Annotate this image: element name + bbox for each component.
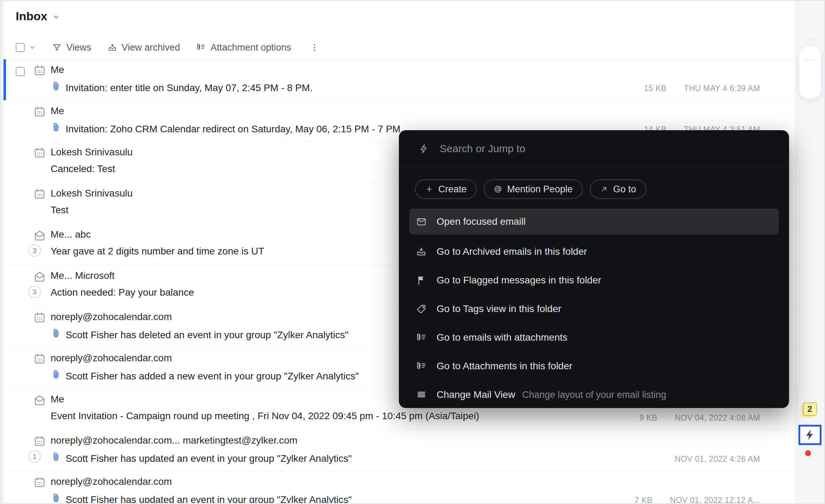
command-item[interactable]: Open focused emaill xyxy=(409,209,779,235)
folder-title: Inbox xyxy=(16,9,47,23)
envelope-open-icon xyxy=(33,229,46,242)
views-label: Views xyxy=(66,42,91,53)
list-toolbar: Views View archived Attachment options xyxy=(1,36,796,59)
search-placeholder: Search or Jump to xyxy=(440,143,525,155)
pill-create[interactable]: Create xyxy=(415,179,477,199)
integrations-panel xyxy=(799,46,821,99)
row-checkbox[interactable] xyxy=(16,67,25,76)
email-sender: Lokesh Srinivasulu xyxy=(51,147,133,158)
command-item[interactable]: Go to Flagged messages in this folder xyxy=(409,266,779,295)
email-date: NOV 01, 2022 12:12 A... xyxy=(670,496,760,504)
pill-mention-people[interactable]: Mention People xyxy=(484,179,583,199)
command-label: Go to emails with attachments xyxy=(437,332,567,343)
email-subject: Invitation: Zoho CRM Calendar redirect o… xyxy=(66,124,403,135)
envelope-open-icon xyxy=(33,394,46,407)
email-sender: Lokesh Srinivasulu xyxy=(51,188,133,199)
email-sender: Me... Microsoft xyxy=(51,270,115,281)
email-sender: noreply@zohocalendar.com xyxy=(51,353,172,364)
search-input[interactable]: Search or Jump to xyxy=(399,130,789,168)
paperclip-icon xyxy=(51,122,61,133)
command-label: Open focused emaill xyxy=(437,216,526,227)
folder-dropdown[interactable]: Inbox xyxy=(16,9,60,23)
command-item[interactable]: Go to Archived emails in this folder xyxy=(409,237,779,266)
notification-dot xyxy=(805,450,811,456)
email-size: 15 KB xyxy=(644,84,667,93)
quick-action-pills: CreateMention PeopleGo to xyxy=(415,179,789,199)
email-subject: Scott Fisher has updated an event in you… xyxy=(66,494,352,504)
search-jump-overlay: Search or Jump to CreateMention PeopleGo… xyxy=(399,130,789,408)
command-sublabel: Change layout of your email listing xyxy=(522,390,666,400)
calendar-icon xyxy=(33,64,46,77)
menu-lines-icon xyxy=(415,390,428,400)
attachment-list-icon xyxy=(415,332,428,343)
pill-label: Create xyxy=(438,184,467,195)
more-options-icon[interactable] xyxy=(310,43,319,52)
sticky-note-count: 2 xyxy=(808,404,812,414)
email-sender: noreply@zohocalendar.com xyxy=(51,311,172,323)
attachment-options-label: Attachment options xyxy=(210,42,291,53)
funnel-icon xyxy=(52,43,62,52)
paperclip-icon xyxy=(51,81,61,92)
email-sender: Me xyxy=(51,105,64,117)
pill-label: Mention People xyxy=(507,184,573,195)
chevron-down-icon xyxy=(52,13,60,21)
at-icon xyxy=(494,185,502,193)
email-sender: noreply@zohocalendar.com xyxy=(51,476,172,487)
email-sender: Me xyxy=(51,64,64,75)
command-label: Change Mail View xyxy=(437,389,515,400)
email-subject: Test xyxy=(51,205,68,216)
archive-tray-icon xyxy=(415,246,428,257)
command-item[interactable]: Go to Tags view in this folder xyxy=(409,295,779,323)
command-label: Go to Attachments in this folder xyxy=(437,361,572,372)
sticky-note-icon[interactable]: 2 xyxy=(803,402,817,416)
email-subject: Year gave at 2 digits number and time zo… xyxy=(51,246,264,257)
bolt-icon xyxy=(803,428,817,442)
archive-tray-icon xyxy=(107,43,117,52)
views-button[interactable]: Views xyxy=(52,42,91,53)
email-size: 9 KB xyxy=(639,413,657,423)
envelope-icon xyxy=(415,216,428,227)
command-label: Go to Flagged messages in this folder xyxy=(437,275,601,286)
calendar-icon xyxy=(33,435,46,448)
command-item[interactable]: Go to emails with attachments xyxy=(409,323,779,352)
email-subject: Scott Fisher has deleted an event in you… xyxy=(66,329,349,341)
email-date: NOV 04, 2022 4:08 AM xyxy=(675,413,760,423)
select-all-checkbox[interactable] xyxy=(16,43,25,52)
attachment-options-button[interactable]: Attachment options xyxy=(196,42,291,53)
email-sender: Me xyxy=(51,394,64,405)
thread-count-badge: 3 xyxy=(28,244,41,257)
bolt-icon xyxy=(418,143,429,154)
email-subject: Invitation: enter title on Sunday, May 0… xyxy=(66,82,313,94)
email-subject: Scott Fisher has added a new event in yo… xyxy=(66,371,359,382)
attachment-list-icon xyxy=(415,361,428,372)
view-archived-label: View archived xyxy=(122,42,180,53)
command-item[interactable]: Go to Attachments in this folder xyxy=(409,352,779,380)
email-subject: Canceled: Test xyxy=(51,163,115,175)
pill-label: Go to xyxy=(613,184,636,195)
calendar-icon xyxy=(33,476,46,489)
email-sender: Me... abc xyxy=(51,229,91,240)
command-item[interactable]: Change Mail ViewChange layout of your em… xyxy=(409,380,779,408)
arrow-up-right-icon xyxy=(600,185,608,193)
view-archived-button[interactable]: View archived xyxy=(107,42,180,53)
chevron-down-icon[interactable] xyxy=(29,44,36,51)
flag-icon xyxy=(415,275,428,286)
email-size: 7 KB xyxy=(634,496,652,504)
plus-icon xyxy=(425,185,433,193)
tag-icon xyxy=(415,304,428,314)
email-date: THU MAY 4 6:39 AM xyxy=(684,84,760,93)
email-row[interactable]: noreply@zohocalendar.comScott Fisher has… xyxy=(1,471,796,504)
thread-count-badge: 1 xyxy=(28,450,41,463)
paperclip-icon xyxy=(51,369,61,380)
paperclip-icon xyxy=(51,493,61,504)
email-row[interactable]: MeInvitation: enter title on Sunday, May… xyxy=(1,59,796,101)
email-sender: noreply@zohocalendar.com... marketingtes… xyxy=(51,435,297,446)
command-list: Open focused emaillGo to Archived emails… xyxy=(399,209,789,408)
bolt-icon-selected[interactable] xyxy=(798,425,822,445)
sidebar-divider xyxy=(803,39,817,39)
calendar-icon xyxy=(33,188,46,201)
email-date: NOV 01, 2022 4:26 AM xyxy=(675,454,760,464)
email-row[interactable]: noreply@zohocalendar.com... marketingtes… xyxy=(1,430,796,471)
command-label: Go to Archived emails in this folder xyxy=(437,246,587,257)
pill-go-to[interactable]: Go to xyxy=(590,179,646,199)
